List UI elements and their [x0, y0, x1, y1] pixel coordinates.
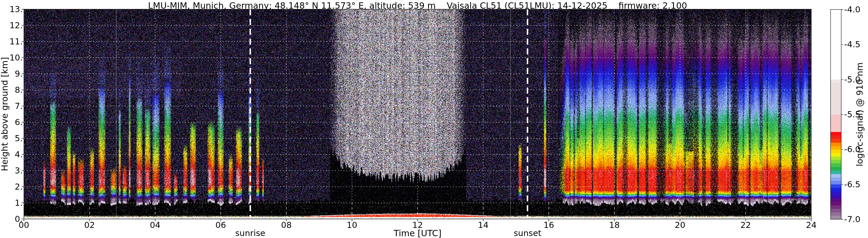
y-tick-label: 9. — [15, 69, 23, 79]
y-tick-label: 11. — [9, 37, 23, 47]
y-axis-label: Height above ground [km] — [0, 57, 10, 171]
page-title: LMU-MIM, Munich, Germany; 48.148° N 11.5… — [148, 1, 687, 11]
x-tick-label: 02 — [84, 220, 95, 230]
y-tick-label: 13. — [9, 4, 23, 14]
y-tick-label: 4. — [15, 150, 23, 159]
sunrise-annotation: sunrise — [235, 228, 266, 238]
colorbar-tick-label: -5.5 — [844, 110, 861, 119]
x-tick-label: 08 — [281, 220, 292, 230]
y-tick-label: 8. — [15, 85, 23, 95]
colorbar-tick-label: -5.0 — [844, 75, 861, 84]
y-tick-label: 3. — [15, 166, 23, 176]
sunset-annotation: sunset — [514, 228, 541, 238]
x-tick-label: 10 — [347, 220, 357, 230]
x-tick-label: 04 — [150, 220, 160, 230]
y-tick-label: 2. — [15, 182, 23, 191]
colorbar-tick-label: -4.5 — [844, 39, 861, 49]
y-tick-label: 6. — [15, 117, 23, 127]
x-tick-label: 22 — [741, 220, 751, 230]
x-tick-label: 16 — [544, 220, 554, 230]
x-tick-label: 06 — [215, 220, 226, 230]
ceilometer-heatmap-canvas — [0, 0, 868, 238]
colorbar-tick-label: -6.0 — [844, 144, 861, 154]
y-tick-label: 12. — [9, 21, 23, 30]
x-tick-label: 18 — [609, 220, 620, 230]
x-tick-label: 20 — [675, 220, 685, 230]
y-tick-label: 0. — [15, 214, 23, 224]
ceilometer-quicklook-figure: LMU-MIM, Munich, Germany; 48.148° N 11.5… — [0, 0, 868, 238]
x-tick-label: 12 — [412, 220, 423, 230]
y-tick-label: 7. — [15, 101, 23, 111]
x-tick-label: 24 — [806, 220, 817, 230]
x-tick-label: 14 — [478, 220, 489, 230]
colorbar-tick-label: -6.5 — [844, 179, 861, 189]
colorbar-tick-label: -4.0 — [844, 5, 861, 14]
y-tick-label: 1. — [15, 198, 23, 208]
y-tick-label: 10. — [9, 53, 23, 62]
y-tick-label: 5. — [15, 133, 23, 143]
colorbar-tick-label: -7.0 — [844, 214, 861, 224]
